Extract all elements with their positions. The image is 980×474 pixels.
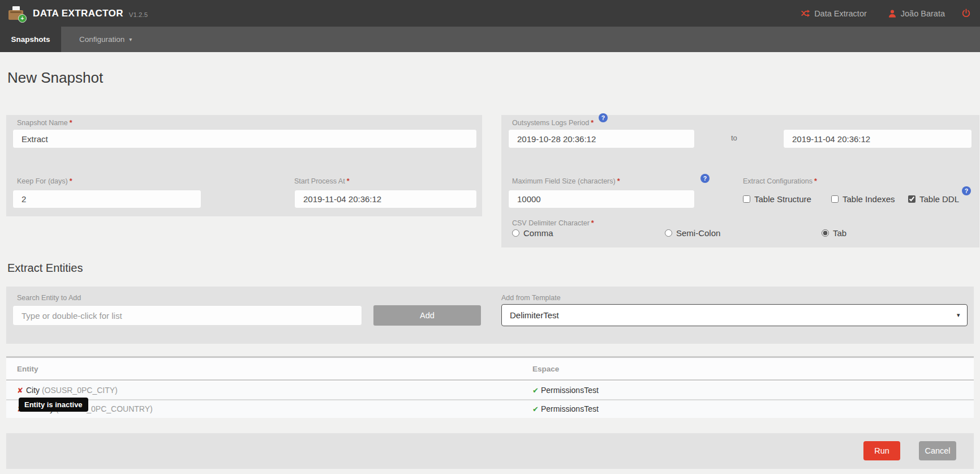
add-button[interactable]: Add	[373, 305, 481, 326]
comma-radio[interactable]	[512, 229, 519, 237]
max-field-size-label: Maximum Field Size (characters)*	[512, 177, 620, 185]
help-icon[interactable]: ?	[599, 113, 608, 122]
start-process-input[interactable]	[294, 190, 477, 208]
espace-cell: ✔PermissionsTest	[532, 386, 599, 395]
logs-period-to-input[interactable]	[783, 129, 972, 148]
run-button[interactable]: Run	[863, 441, 900, 460]
required-marker: *	[591, 219, 594, 227]
entities-toolbar-panel: Search Entity to Add Add Add from Templa…	[6, 287, 974, 344]
espace-name: PermissionsTest	[541, 404, 599, 413]
required-marker: *	[617, 177, 620, 185]
required-marker: *	[814, 177, 817, 185]
espace-name: PermissionsTest	[541, 386, 599, 395]
app-title: DATA EXTRACTOR	[33, 8, 123, 19]
tab-configuration-label: Configuration	[79, 35, 124, 44]
search-entity-input[interactable]	[12, 305, 362, 326]
checkbox-table-ddl[interactable]: Table DDL	[908, 194, 959, 204]
logout-button[interactable]	[961, 8, 971, 18]
required-marker: *	[591, 119, 594, 127]
tab-radio[interactable]	[822, 229, 829, 237]
semi-colon-radio[interactable]	[665, 229, 672, 237]
required-marker: *	[70, 177, 72, 185]
user-name: João Barata	[901, 9, 945, 18]
logs-period-label: Outsystems Logs Period*	[512, 119, 594, 127]
tab-configuration[interactable]: Configuration ▾	[71, 27, 140, 52]
table-row[interactable]: ✘Country (OSUSR_0PC_COUNTRY) ✔Permission…	[6, 400, 974, 418]
keep-for-label: Keep For (days)*	[17, 177, 72, 185]
table-structure-checkbox[interactable]	[743, 195, 750, 203]
tab-snapshots[interactable]: Snapshots	[0, 27, 61, 52]
keep-for-input[interactable]	[12, 190, 201, 208]
entities-section-title: Extract Entities	[7, 262, 83, 275]
power-icon	[961, 8, 971, 18]
table-indexes-checkbox[interactable]	[831, 195, 839, 203]
start-process-label: Start Process At*	[294, 177, 350, 185]
csv-delimiter-label: CSV Delimiter Character*	[512, 219, 594, 227]
column-header-espace: Espace	[532, 365, 559, 373]
logs-period-separator: to	[731, 134, 737, 142]
required-marker: *	[347, 177, 350, 185]
snapshot-name-input[interactable]	[12, 129, 477, 148]
active-icon: ✔	[532, 405, 539, 413]
cancel-button[interactable]: Cancel	[919, 441, 956, 460]
active-icon: ✔	[532, 386, 539, 395]
radio-semi-colon[interactable]: Semi-Colon	[665, 228, 720, 238]
user-icon	[888, 9, 897, 18]
template-select[interactable]: DelimiterTest	[501, 304, 968, 326]
inactive-icon[interactable]: ✘	[17, 386, 23, 395]
table-ddl-checkbox[interactable]	[908, 195, 915, 203]
template-label: Add from Template	[501, 294, 561, 302]
environment-link-label: Data Extractor	[814, 9, 867, 18]
radio-tab[interactable]: Tab	[822, 228, 846, 238]
user-menu[interactable]: João Barata	[888, 9, 945, 18]
top-bar-right: Data Extractor João Barata	[801, 8, 971, 18]
app-window: + DATA EXTRACTOR V1.2.5 Data Extractor J…	[0, 0, 980, 474]
plus-badge-icon: +	[18, 14, 27, 23]
entity-name: City	[26, 386, 40, 395]
tab-snapshots-label: Snapshots	[11, 35, 50, 44]
espace-cell: ✔PermissionsTest	[532, 404, 599, 413]
help-icon[interactable]: ?	[700, 174, 710, 183]
shuffle-icon	[801, 8, 810, 18]
nav-bar: Snapshots Configuration ▾	[0, 27, 980, 52]
checkbox-table-indexes[interactable]: Table Indexes	[831, 194, 895, 204]
environment-link[interactable]: Data Extractor	[801, 8, 867, 18]
entities-table: Entity Espace ✘City (OSUSR_0PC_CITY) ✔Pe…	[6, 356, 974, 417]
chevron-down-icon: ▾	[129, 36, 132, 42]
snapshot-name-label: Snapshot Name*	[17, 119, 72, 127]
top-bar: + DATA EXTRACTOR V1.2.5 Data Extractor J…	[0, 0, 980, 27]
logs-period-from-input[interactable]	[508, 129, 695, 148]
table-header: Entity Espace	[6, 358, 974, 381]
app-version: V1.2.5	[129, 11, 148, 18]
app-logo-icon: +	[8, 6, 25, 21]
page-title: New Snapshot	[7, 69, 103, 87]
radio-comma[interactable]: Comma	[512, 228, 553, 238]
column-header-entity: Entity	[17, 365, 38, 373]
max-field-size-input[interactable]	[508, 190, 695, 208]
action-bar: Run Cancel	[6, 433, 974, 469]
required-marker: *	[70, 119, 72, 127]
extract-configurations-label: Extract Configurations*	[743, 177, 817, 185]
logs-form-panel: Outsystems Logs Period* ? to Maximum Fie…	[501, 115, 979, 247]
entity-code: (OSUSR_0PC_CITY)	[42, 386, 118, 395]
search-entity-label: Search Entity to Add	[17, 294, 81, 302]
checkbox-table-structure[interactable]: Table Structure	[743, 194, 811, 204]
table-row[interactable]: ✘City (OSUSR_0PC_CITY) ✔PermissionsTest	[6, 382, 974, 400]
entity-inactive-tooltip: Entity is inactive	[19, 398, 88, 412]
help-icon[interactable]: ?	[962, 186, 971, 195]
snapshot-form-panel: Snapshot Name* Keep For (days)* Start Pr…	[6, 115, 482, 216]
entity-cell: ✘City (OSUSR_0PC_CITY)	[17, 386, 118, 395]
